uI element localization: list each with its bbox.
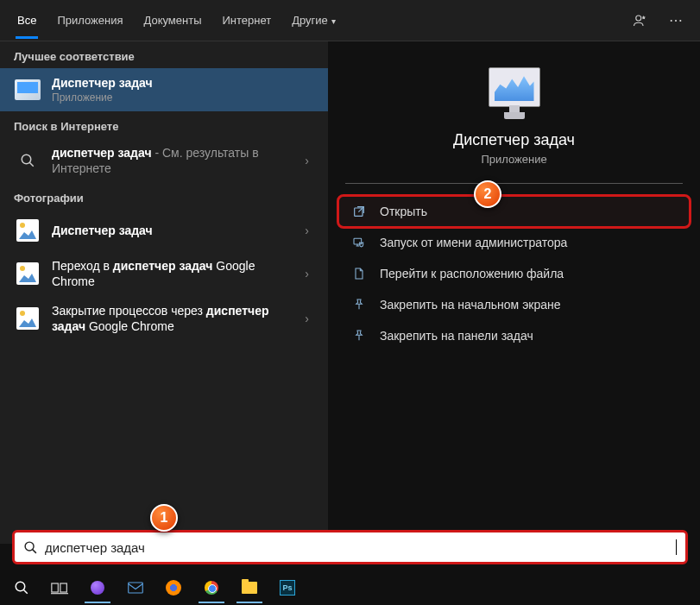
section-photos: Фотографии	[0, 183, 328, 210]
annotation-2: 2	[474, 180, 501, 208]
section-web: Поиск в Интернете	[0, 111, 328, 138]
tab-docs[interactable]: Документы	[133, 2, 211, 39]
taskbar-photoshop-icon[interactable]: Ps	[269, 572, 306, 603]
section-best-match: Лучшее соответствие	[0, 41, 328, 68]
chevron-right-icon[interactable]: ›	[300, 154, 314, 167]
action-label: Открыть	[380, 205, 427, 218]
action-file-location[interactable]: Перейти к расположению файла	[328, 258, 700, 289]
svg-rect-14	[129, 583, 143, 593]
taskbar: Ps	[0, 570, 700, 605]
action-label: Закрепить на панели задач	[380, 329, 533, 343]
result-title: Диспетчер задач	[52, 75, 314, 91]
admin-icon	[350, 234, 368, 251]
more-icon[interactable]: ⋯	[659, 5, 693, 35]
svg-point-9	[16, 582, 25, 591]
svg-line-10	[23, 589, 28, 594]
chevron-right-icon[interactable]: ›	[300, 312, 314, 325]
search-panel: Все Приложения Документы Интернет Другие…	[0, 0, 700, 544]
result-photo[interactable]: Диспетчер задач ›	[0, 210, 328, 251]
action-label: Перейти к расположению файла	[380, 267, 564, 280]
search-icon	[23, 540, 38, 555]
result-web-search[interactable]: диспетчер задач - См. результаты в Интер…	[0, 138, 328, 183]
taskbar-chrome-icon[interactable]	[193, 572, 230, 603]
svg-line-2	[29, 162, 34, 167]
tab-all[interactable]: Все	[7, 2, 47, 39]
chevron-down-icon: ▾	[331, 16, 336, 26]
result-title: Закрытие процессов через диспетчер задач…	[52, 303, 300, 334]
photo-icon	[14, 305, 41, 332]
photo-icon	[14, 260, 41, 287]
result-subtitle: Приложение	[52, 91, 314, 104]
taskbar-taskview-icon[interactable]	[41, 572, 78, 603]
svg-rect-11	[52, 583, 59, 592]
feedback-icon[interactable]	[622, 6, 659, 35]
svg-line-8	[33, 549, 36, 552]
taskbar-search-icon[interactable]	[3, 572, 40, 603]
svg-rect-12	[60, 583, 67, 592]
annotation-1: 1	[150, 504, 178, 532]
action-label: Запуск от имени администратора	[380, 236, 567, 249]
chevron-right-icon[interactable]: ›	[300, 224, 314, 237]
result-title: диспетчер задач - См. результаты в Интер…	[52, 145, 300, 176]
svg-rect-4	[354, 238, 362, 244]
taskbar-firefox-icon[interactable]	[155, 572, 192, 603]
filter-tabs: Все Приложения Документы Интернет Другие…	[0, 0, 700, 41]
folder-location-icon	[350, 265, 368, 282]
result-photo[interactable]: Закрытие процессов через диспетчер задач…	[0, 296, 328, 341]
chevron-right-icon[interactable]: ›	[300, 267, 314, 280]
divider	[345, 183, 683, 184]
action-label: Закрепить на начальном экране	[380, 298, 561, 312]
tab-apps[interactable]: Приложения	[47, 2, 133, 39]
preview-subtitle: Приложение	[328, 153, 700, 166]
taskbar-explorer-icon[interactable]	[231, 572, 268, 603]
search-input[interactable]	[45, 540, 676, 555]
pin-taskbar-icon	[350, 327, 368, 344]
result-best-match[interactable]: Диспетчер задач Приложение	[0, 68, 328, 111]
result-title: Диспетчер задач	[52, 223, 300, 238]
task-manager-icon	[14, 76, 41, 104]
search-bar[interactable]	[12, 530, 688, 564]
action-open[interactable]: Открыть	[338, 196, 690, 227]
taskbar-yandex-icon[interactable]	[79, 572, 116, 603]
taskbar-mail-icon[interactable]	[117, 572, 154, 603]
action-pin-start[interactable]: Закрепить на начальном экране	[328, 289, 700, 320]
preview-pane: Диспетчер задач Приложение Открыть 2	[328, 41, 700, 544]
action-pin-taskbar[interactable]: Закрепить на панели задач	[328, 320, 700, 351]
result-title: Переход в диспетчер задач Google Chrome	[52, 258, 300, 289]
open-icon	[350, 203, 368, 220]
pin-start-icon	[350, 296, 368, 313]
tab-internet[interactable]: Интернет	[211, 2, 281, 39]
preview-title: Диспетчер задач	[328, 131, 700, 149]
search-icon	[14, 147, 41, 174]
result-photo[interactable]: Переход в диспетчер задач Google Chrome …	[0, 251, 328, 296]
preview-app-icon	[328, 67, 700, 119]
svg-point-7	[25, 542, 34, 551]
tab-other[interactable]: Другие▾	[281, 2, 346, 39]
results-list: Лучшее соответствие Диспетчер задач Прил…	[0, 41, 328, 544]
svg-point-0	[636, 16, 641, 21]
svg-point-1	[22, 154, 31, 164]
photo-icon	[14, 217, 41, 244]
action-run-admin[interactable]: Запуск от имени администратора	[328, 227, 700, 258]
